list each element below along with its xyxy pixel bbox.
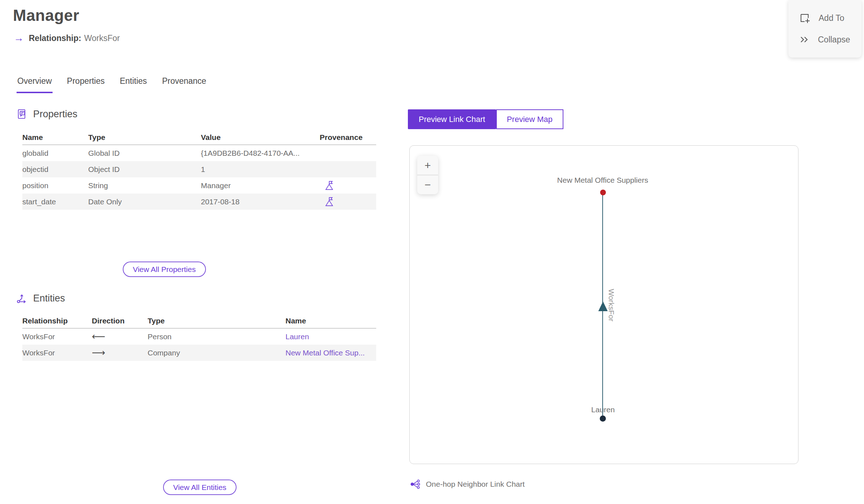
node-label-person: Lauren bbox=[591, 405, 615, 414]
entity-type: Person bbox=[148, 332, 285, 341]
direction-arrow-icon: ⟵ bbox=[92, 331, 148, 342]
node-person[interactable] bbox=[600, 416, 606, 422]
property-row: position String Manager bbox=[22, 177, 376, 194]
col-header: Value bbox=[201, 133, 320, 142]
properties-section-heading: Properties bbox=[17, 109, 77, 120]
entity-relationship: WorksFor bbox=[22, 332, 92, 341]
property-type: Date Only bbox=[88, 197, 201, 206]
col-header: Provenance bbox=[320, 133, 376, 142]
property-type: String bbox=[88, 181, 201, 190]
entity-name-link[interactable]: New Metal Office Sup... bbox=[285, 349, 365, 357]
col-header: Relationship bbox=[22, 317, 92, 325]
double-chevron-right-icon bbox=[799, 34, 810, 45]
property-row: objectid Object ID 1 bbox=[22, 161, 376, 177]
col-header: Name bbox=[285, 317, 376, 325]
entity-relationship: WorksFor bbox=[22, 349, 92, 357]
chart-caption-label: One-hop Neighbor Link Chart bbox=[426, 480, 525, 489]
property-value: 2017-08-18 bbox=[201, 197, 320, 206]
properties-heading-label: Properties bbox=[33, 109, 77, 120]
tab-overview[interactable]: Overview bbox=[17, 76, 53, 93]
col-header: Type bbox=[148, 317, 285, 325]
relationship-label: Relationship: bbox=[29, 33, 81, 43]
relationship-arrow-icon: → bbox=[14, 33, 24, 43]
preview-toggle: Preview Link Chart Preview Map bbox=[408, 109, 563, 129]
add-to-icon bbox=[799, 13, 811, 24]
zoom-in-button[interactable]: + bbox=[417, 156, 438, 175]
one-hop-network-icon bbox=[410, 479, 420, 489]
preview-map-button[interactable]: Preview Map bbox=[496, 109, 563, 129]
preview-link-chart-button[interactable]: Preview Link Chart bbox=[408, 109, 496, 129]
tab-properties[interactable]: Properties bbox=[66, 76, 105, 93]
link-chart-canvas[interactable]: + − New Metal Office Suppliers WorksFor … bbox=[409, 145, 798, 464]
property-row: globalid Global ID {1A9DB2B6-D482-4170-A… bbox=[22, 145, 376, 161]
collapse-button[interactable]: Collapse bbox=[788, 34, 861, 45]
entities-table-header: Relationship Direction Type Name bbox=[22, 314, 376, 328]
chart-caption: One-hop Neighbor Link Chart bbox=[410, 479, 525, 489]
actions-panel: Add To Collapse bbox=[788, 0, 861, 58]
entity-type: Company bbox=[148, 349, 285, 357]
entity-name-link[interactable]: Lauren bbox=[285, 332, 309, 341]
property-name: position bbox=[22, 181, 88, 190]
properties-table-header: Name Type Value Provenance bbox=[22, 130, 376, 145]
entities-heading-label: Entities bbox=[33, 293, 65, 304]
property-value: Manager bbox=[201, 181, 320, 190]
col-header: Direction bbox=[92, 317, 148, 325]
property-name: start_date bbox=[22, 197, 88, 206]
property-name: objectid bbox=[22, 165, 88, 174]
node-company[interactable] bbox=[600, 190, 606, 195]
relationship-subtitle: → Relationship: WorksFor bbox=[14, 33, 120, 43]
zoom-out-button[interactable]: − bbox=[417, 175, 438, 194]
add-to-label: Add To bbox=[819, 13, 844, 23]
page-title: Manager bbox=[13, 6, 79, 24]
property-type: Object ID bbox=[88, 165, 201, 174]
provenance-flag-icon[interactable] bbox=[325, 197, 334, 206]
col-header: Type bbox=[88, 133, 201, 142]
edge-arrowhead-icon bbox=[598, 301, 608, 311]
detail-tabs: Overview Properties Entities Provenance bbox=[17, 76, 207, 93]
property-value: 1 bbox=[201, 165, 320, 174]
property-name: globalid bbox=[22, 149, 88, 158]
relationship-detail-page: Manager → Relationship: WorksFor Add To … bbox=[0, 0, 864, 504]
property-row: start_date Date Only 2017-08-18 bbox=[22, 194, 376, 210]
node-label-company: New Metal Office Suppliers bbox=[557, 176, 648, 185]
entity-row: WorksFor ⟵ Person Lauren bbox=[22, 328, 376, 345]
property-value: {1A9DB2B6-D482-4170-AA... bbox=[201, 149, 320, 158]
view-all-properties-button[interactable]: View All Properties bbox=[123, 262, 206, 277]
tab-entities[interactable]: Entities bbox=[119, 76, 148, 93]
collapse-label: Collapse bbox=[818, 35, 850, 45]
property-type: Global ID bbox=[88, 149, 201, 158]
provenance-flag-icon[interactable] bbox=[325, 181, 334, 190]
view-all-entities-button[interactable]: View All Entities bbox=[163, 480, 237, 495]
direction-arrow-icon: ⟶ bbox=[92, 347, 148, 358]
zoom-control: + − bbox=[417, 156, 438, 194]
relationship-value: WorksFor bbox=[84, 33, 120, 43]
entities-icon bbox=[17, 293, 28, 304]
entities-section-heading: Entities bbox=[17, 293, 65, 304]
entities-table: Relationship Direction Type Name WorksFo… bbox=[22, 314, 376, 361]
entity-row: WorksFor ⟶ Company New Metal Office Sup.… bbox=[22, 345, 376, 361]
add-to-button[interactable]: Add To bbox=[788, 13, 861, 24]
tab-provenance[interactable]: Provenance bbox=[161, 76, 207, 93]
col-header: Name bbox=[22, 133, 88, 142]
properties-table: Name Type Value Provenance globalid Glob… bbox=[22, 130, 376, 210]
edge-label: WorksFor bbox=[607, 289, 616, 322]
properties-icon bbox=[17, 109, 28, 120]
